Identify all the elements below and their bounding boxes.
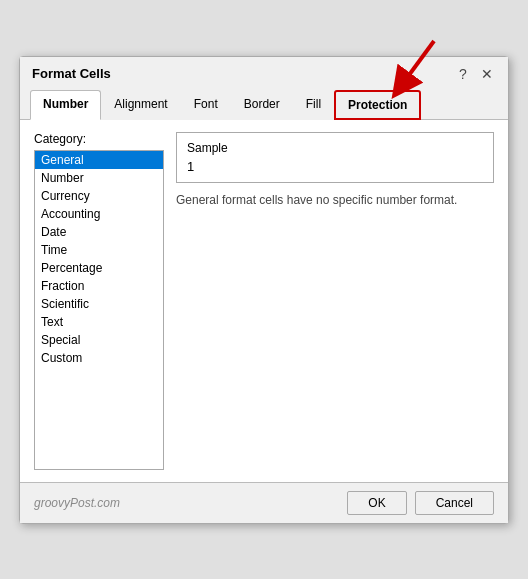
category-item[interactable]: Custom xyxy=(35,349,163,367)
format-cells-dialog: Format Cells ? ✕ Number Alignment Font B… xyxy=(19,56,509,524)
tab-font[interactable]: Font xyxy=(181,90,231,120)
category-item[interactable]: Date xyxy=(35,223,163,241)
footer-buttons: OK Cancel xyxy=(347,491,494,515)
category-label: Category: xyxy=(34,132,164,146)
category-item[interactable]: Scientific xyxy=(35,295,163,313)
tab-number[interactable]: Number xyxy=(30,90,101,120)
category-item[interactable]: Accounting xyxy=(35,205,163,223)
category-item[interactable]: Percentage xyxy=(35,259,163,277)
title-controls: ? ✕ xyxy=(454,65,496,83)
dialog-footer: groovyPost.com OK Cancel xyxy=(20,482,508,523)
sample-label: Sample xyxy=(187,141,483,155)
sample-value: 1 xyxy=(187,159,483,174)
brand-text: groovyPost.com xyxy=(34,496,120,510)
help-button[interactable]: ? xyxy=(454,65,472,83)
tab-border[interactable]: Border xyxy=(231,90,293,120)
category-item[interactable]: Time xyxy=(35,241,163,259)
category-panel: Category: GeneralNumberCurrencyAccountin… xyxy=(34,132,164,470)
category-item[interactable]: Number xyxy=(35,169,163,187)
close-button[interactable]: ✕ xyxy=(478,65,496,83)
format-description: General format cells have no specific nu… xyxy=(176,193,494,207)
category-item[interactable]: Currency xyxy=(35,187,163,205)
title-bar: Format Cells ? ✕ xyxy=(20,57,508,89)
category-item[interactable]: Text xyxy=(35,313,163,331)
category-item[interactable]: Fraction xyxy=(35,277,163,295)
sample-section: Sample 1 xyxy=(176,132,494,183)
tab-protection[interactable]: Protection xyxy=(334,90,421,120)
tab-fill[interactable]: Fill xyxy=(293,90,334,120)
tab-alignment[interactable]: Alignment xyxy=(101,90,180,120)
dialog-title: Format Cells xyxy=(32,66,111,81)
tabs-row: Number Alignment Font Border Fill Protec… xyxy=(20,89,508,120)
ok-button[interactable]: OK xyxy=(347,491,406,515)
dialog-body: Category: GeneralNumberCurrencyAccountin… xyxy=(20,120,508,482)
category-list[interactable]: GeneralNumberCurrencyAccountingDateTimeP… xyxy=(34,150,164,470)
right-panel: Sample 1 General format cells have no sp… xyxy=(176,132,494,470)
category-item[interactable]: Special xyxy=(35,331,163,349)
category-item[interactable]: General xyxy=(35,151,163,169)
cancel-button[interactable]: Cancel xyxy=(415,491,494,515)
